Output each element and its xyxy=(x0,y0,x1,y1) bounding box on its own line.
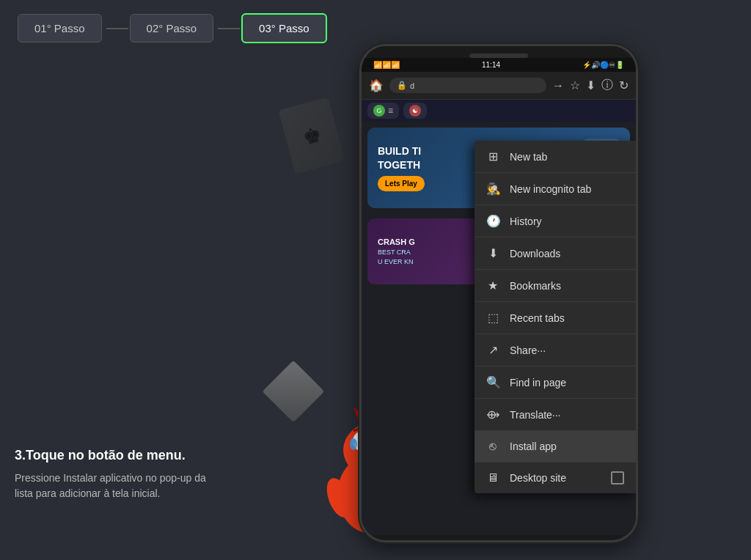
recent-tabs-icon: ⬚ xyxy=(486,311,499,325)
tab-1-menu[interactable]: ≡ xyxy=(388,106,393,116)
translate-icon: ⟴ xyxy=(486,408,499,421)
menu-item-downloads[interactable]: ⬇ Downloads xyxy=(475,237,636,270)
download-icon[interactable]: ⬇ xyxy=(586,78,596,92)
share-icon: ↗ xyxy=(486,343,499,357)
instruction-title: 3.Toque no botão de menu. xyxy=(15,448,220,463)
menu-item-find[interactable]: 🔍 Find in page xyxy=(475,366,636,399)
step-connector-1 xyxy=(106,28,128,29)
menu-label-translate: Translate··· xyxy=(510,409,624,421)
browser-tabs-row: G ≡ ☯ xyxy=(362,100,636,122)
steps-header: 01° Passo 02° Passo 03° Passo xyxy=(0,0,348,56)
menu-item-history[interactable]: 🕐 History xyxy=(475,205,636,237)
tab-1[interactable]: G ≡ xyxy=(367,103,399,119)
menu-item-bookmarks[interactable]: ★ Bookmarks xyxy=(475,270,636,302)
menu-label-desktop: Desktop site xyxy=(510,472,601,484)
menu-item-incognito[interactable]: 🕵 New incognito tab xyxy=(475,173,636,205)
status-time: 11:14 xyxy=(482,61,500,69)
menu-item-install[interactable]: ⎋ Install app xyxy=(475,431,636,463)
refresh-icon[interactable]: ↻ xyxy=(619,78,629,92)
browser-toolbar: 🏠 🔒 d → ☆ ⬇ ⓘ ↻ xyxy=(362,72,636,100)
status-bar: 📶📶📶 11:14 ⚡🔊🔵♾🔋 xyxy=(362,58,636,72)
downloads-icon: ⬇ xyxy=(486,246,499,260)
new-tab-icon: ⊞ xyxy=(486,150,499,163)
menu-label-install: Install app xyxy=(510,441,624,452)
menu-item-desktop[interactable]: 🖥 Desktop site xyxy=(475,463,636,493)
menu-item-recent-tabs[interactable]: ⬚ Recent tabs xyxy=(475,302,636,334)
status-signal: 📶📶📶 xyxy=(373,61,400,69)
step-connector-2 xyxy=(218,28,240,29)
game-card-1-title: BUILD TITOGETH xyxy=(378,144,425,171)
menu-item-translate[interactable]: ⟴ Translate··· xyxy=(475,399,636,431)
dropdown-menu: ⊞ New tab 🕵 New incognito tab 🕐 History … xyxy=(475,141,636,493)
game-card-2-title: CRASH G xyxy=(378,237,415,246)
menu-label-downloads: Downloads xyxy=(510,248,624,259)
menu-item-share[interactable]: ↗ Share··· xyxy=(475,334,636,366)
instruction-block: 3.Toque no botão de menu. Pressione Inst… xyxy=(15,448,220,501)
menu-label-incognito: New incognito tab xyxy=(510,183,624,195)
menu-label-find: Find in page xyxy=(510,377,624,388)
card-decoration: ♚ xyxy=(279,97,345,174)
find-icon: 🔍 xyxy=(486,375,499,389)
history-icon: 🕐 xyxy=(486,214,499,228)
menu-item-new-tab[interactable]: ⊞ New tab xyxy=(475,141,636,173)
forward-icon[interactable]: → xyxy=(552,79,564,92)
desktop-checkbox[interactable] xyxy=(611,471,624,485)
desktop-icon: 🖥 xyxy=(486,471,499,485)
url-text: d xyxy=(410,81,414,90)
phone-frame: 📶📶📶 11:14 ⚡🔊🔵♾🔋 🏠 🔒 d → ☆ ⬇ ⓘ ↻ G ≡ ☯ xyxy=(359,44,638,542)
game-card-2-sub2: U EVER KN xyxy=(378,258,415,265)
status-icons: ⚡🔊🔵♾🔋 xyxy=(582,61,624,69)
instruction-body: Pressione Instalar aplicativo no pop-up … xyxy=(15,471,220,501)
step-3[interactable]: 03° Passo xyxy=(241,13,327,43)
menu-label-history: History xyxy=(510,215,624,227)
menu-label-bookmarks: Bookmarks xyxy=(510,280,624,292)
game-card-1-btn[interactable]: Lets Play xyxy=(378,176,425,191)
game-card-2-sub1: BEST CRA xyxy=(378,248,415,256)
svg-point-15 xyxy=(351,439,356,443)
tab-2[interactable]: ☯ xyxy=(403,103,427,119)
url-bar[interactable]: 🔒 d xyxy=(389,78,546,93)
menu-label-share: Share··· xyxy=(510,345,624,356)
bookmarks-icon: ★ xyxy=(486,279,499,292)
step-1[interactable]: 01° Passo xyxy=(18,14,102,43)
menu-label-recent-tabs: Recent tabs xyxy=(510,312,624,324)
menu-label-new-tab: New tab xyxy=(510,151,624,163)
tab-1-icon: G xyxy=(373,105,385,117)
tab-2-icon: ☯ xyxy=(409,105,421,117)
home-icon[interactable]: 🏠 xyxy=(369,78,384,92)
step-2[interactable]: 02° Passo xyxy=(130,14,214,43)
incognito-icon: 🕵 xyxy=(486,182,499,196)
lock-icon: 🔒 xyxy=(397,81,407,90)
bookmark-icon[interactable]: ☆ xyxy=(570,78,580,92)
phone-content: G ≡ ☯ BUILD TITOGETH Lets Play xyxy=(362,100,636,535)
info-icon[interactable]: ⓘ xyxy=(601,78,613,93)
install-icon: ⎋ xyxy=(486,440,499,453)
